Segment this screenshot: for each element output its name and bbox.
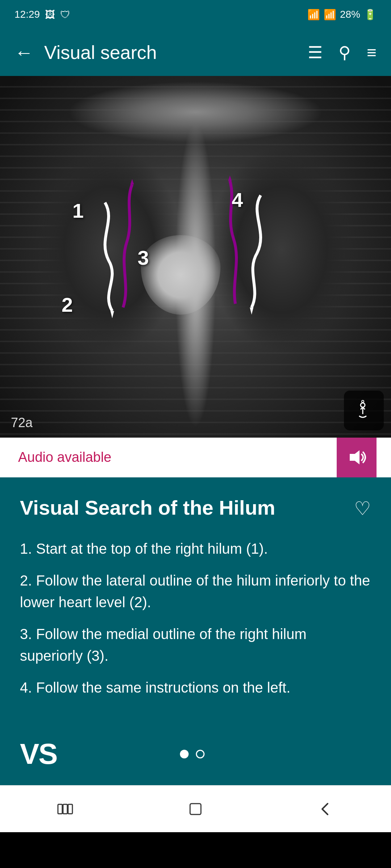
- svg-rect-7: [58, 804, 62, 814]
- search-icon[interactable]: ⚲: [339, 43, 351, 62]
- content-header: Visual Search of the Hilum ♡: [20, 495, 371, 520]
- list-item: 3. Follow the medial outline of the righ…: [20, 623, 371, 667]
- annotation-1: 1: [72, 199, 84, 222]
- image-label: 72a: [11, 415, 33, 430]
- audio-label: Audio available: [18, 450, 112, 465]
- battery-icon: 🔋: [364, 9, 377, 21]
- app-bar: ← Visual search ☰ ⚲ ≡: [0, 29, 391, 76]
- status-right: 📶 📶 28% 🔋: [307, 9, 377, 21]
- signal-icon: 📶: [324, 9, 336, 21]
- recent-apps-icon: [56, 800, 74, 818]
- status-time: 12:29: [14, 9, 40, 20]
- svg-point-5: [362, 400, 364, 403]
- xray-image[interactable]: 1 2 3 4 72a: [0, 76, 391, 438]
- battery-text: 28%: [340, 9, 360, 20]
- menu-icon[interactable]: ≡: [367, 43, 377, 62]
- shield-icon: 🛡: [60, 9, 70, 21]
- app-bar-icons: ☰ ⚲ ≡: [308, 43, 377, 62]
- back-nav-button[interactable]: [304, 795, 348, 824]
- home-icon: [186, 800, 205, 818]
- list-item: 1. Start at the top of the right hilum (…: [20, 538, 371, 559]
- list-item: 2. Follow the lateral outline of the hil…: [20, 570, 371, 613]
- status-bar: 12:29 🖼 🛡 📶 📶 28% 🔋: [0, 0, 391, 29]
- svg-marker-6: [350, 450, 360, 464]
- app-bar-title: Visual search: [44, 42, 308, 63]
- status-left: 12:29 🖼 🛡: [14, 9, 70, 21]
- back-button[interactable]: ←: [14, 42, 33, 63]
- annotation-4: 4: [232, 188, 243, 212]
- bottom-bar: VS: [0, 730, 391, 785]
- vs-logo: VS: [20, 737, 57, 771]
- audio-bar: Audio available: [0, 438, 391, 477]
- touch-icon: [351, 398, 377, 423]
- dot-1[interactable]: [180, 750, 189, 758]
- content-steps: 1. Start at the top of the right hilum (…: [20, 538, 371, 698]
- recent-apps-button[interactable]: [43, 795, 87, 824]
- back-nav-icon: [319, 802, 333, 816]
- list-item: 4. Follow the same instructions on the l…: [20, 677, 371, 698]
- home-button[interactable]: [174, 795, 217, 824]
- svg-rect-9: [68, 804, 72, 814]
- navigation-bar: [0, 785, 391, 832]
- svg-rect-10: [190, 804, 201, 814]
- audio-button[interactable]: [337, 438, 377, 477]
- list-icon[interactable]: ☰: [308, 43, 323, 62]
- touch-indicator[interactable]: [344, 391, 384, 430]
- content-title: Visual Search of the Hilum: [20, 495, 343, 520]
- annotation-3: 3: [138, 246, 149, 269]
- speaker-icon: [347, 447, 367, 467]
- photo-icon: 🖼: [45, 9, 55, 21]
- wifi-icon: 📶: [307, 9, 320, 21]
- annotation-2: 2: [62, 293, 73, 316]
- dot-2[interactable]: [196, 750, 205, 758]
- content-section: Visual Search of the Hilum ♡ 1. Start at…: [0, 477, 391, 730]
- favorite-button[interactable]: ♡: [354, 498, 371, 519]
- svg-rect-8: [63, 804, 67, 814]
- pagination-dots: [180, 750, 205, 758]
- xray-background: [0, 76, 391, 438]
